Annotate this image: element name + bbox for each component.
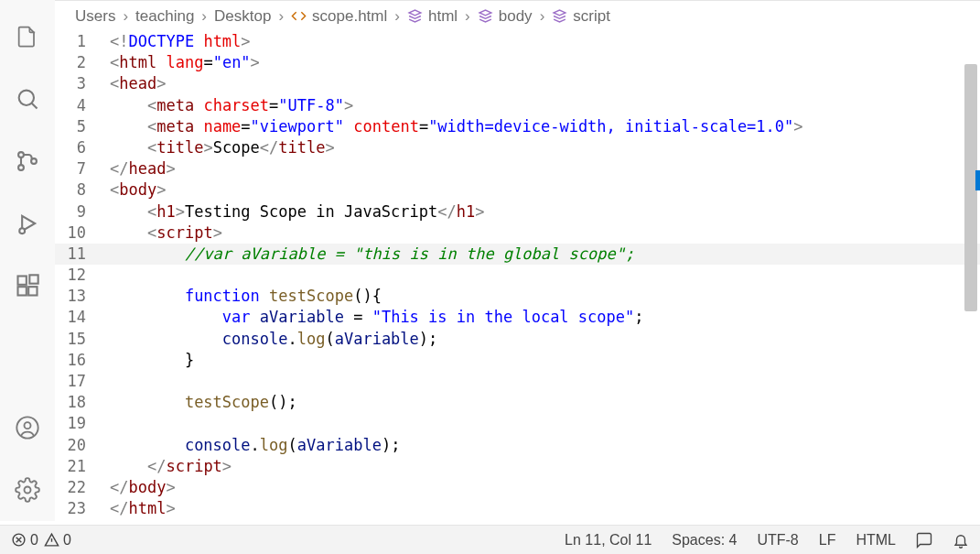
code-line[interactable]: 6 <title>Scope</title> <box>55 137 980 158</box>
line-number: 16 <box>55 350 110 371</box>
svg-point-3 <box>31 158 37 164</box>
line-number: 14 <box>55 307 110 328</box>
code-line[interactable]: 7</head> <box>55 158 980 179</box>
code-content: <title>Scope</title> <box>110 137 335 158</box>
line-number: 12 <box>55 265 110 286</box>
code-content: testScope(); <box>110 392 297 413</box>
language-mode[interactable]: HTML <box>856 532 896 549</box>
source-control-icon[interactable] <box>7 141 48 181</box>
activity-bar <box>0 0 55 521</box>
code-line[interactable]: 10 <script> <box>55 223 980 244</box>
code-line[interactable]: 12 <box>55 265 980 286</box>
svg-point-9 <box>16 417 38 438</box>
line-number: 18 <box>55 392 110 413</box>
breadcrumb-item[interactable]: html <box>407 7 458 26</box>
code-line[interactable]: 1<!DOCTYPE html> <box>55 31 980 52</box>
notifications-bell-icon[interactable] <box>953 532 969 549</box>
code-content: var aVariable = "This is in the local sc… <box>110 307 644 328</box>
svg-point-11 <box>25 487 31 494</box>
search-icon[interactable] <box>7 79 48 119</box>
problems-errors[interactable]: 0 <box>11 532 38 549</box>
line-number: 20 <box>55 435 110 456</box>
accounts-icon[interactable] <box>7 407 48 448</box>
encoding[interactable]: UTF-8 <box>757 532 798 549</box>
indentation[interactable]: Spaces: 4 <box>672 532 737 549</box>
svg-point-1 <box>18 152 24 158</box>
code-content: } <box>110 350 194 371</box>
breadcrumb-item[interactable]: Users <box>75 7 115 26</box>
line-number: 5 <box>55 116 110 137</box>
code-line[interactable]: 2<html lang="en"> <box>55 52 980 73</box>
code-content: //var aVariable = "this is in the global… <box>110 244 634 265</box>
code-content: <html lang="en"> <box>110 52 260 73</box>
breadcrumb-separator-icon: › <box>123 7 128 26</box>
code-content: console.log(aVariable); <box>110 329 437 350</box>
code-line[interactable]: 19 <box>55 413 980 434</box>
code-line[interactable]: 13 function testScope(){ <box>55 286 980 307</box>
eol[interactable]: LF <box>819 532 836 549</box>
code-line[interactable]: 18 testScope(); <box>55 392 980 413</box>
code-content: </script> <box>110 456 232 477</box>
line-number: 7 <box>55 158 110 179</box>
code-line[interactable]: 8<body> <box>55 179 980 201</box>
breadcrumb-separator-icon: › <box>394 7 400 26</box>
breadcrumb-separator-icon: › <box>278 7 284 26</box>
line-number: 10 <box>55 223 110 244</box>
breadcrumb-item[interactable]: Desktop <box>214 7 271 26</box>
breadcrumb-item[interactable]: script <box>552 7 610 26</box>
breadcrumb-label: teaching <box>135 7 194 26</box>
code-line[interactable]: 5 <meta name="viewport" content="width=d… <box>55 116 980 137</box>
code-line[interactable]: 3<head> <box>55 73 980 94</box>
line-number: 6 <box>55 137 110 158</box>
cursor-position[interactable]: Ln 11, Col 11 <box>565 532 652 549</box>
breadcrumb-label: script <box>573 7 610 26</box>
feedback-icon[interactable] <box>916 532 932 549</box>
breadcrumb-item[interactable]: teaching <box>135 7 194 26</box>
line-number: 15 <box>55 329 110 350</box>
extensions-icon[interactable] <box>7 266 48 306</box>
code-content: </body> <box>110 477 176 498</box>
line-number: 1 <box>55 31 110 52</box>
debug-icon[interactable] <box>7 203 48 244</box>
code-content: </html> <box>110 498 176 519</box>
svg-point-2 <box>18 165 24 170</box>
explorer-icon[interactable] <box>7 16 48 57</box>
breadcrumb[interactable]: Users›teaching›Desktop›scope.html›html›b… <box>55 0 980 31</box>
code-content <box>110 265 185 286</box>
code-line[interactable]: 4 <meta charset="UTF-8"> <box>55 95 980 116</box>
code-line[interactable]: 17 <box>55 371 980 392</box>
code-line[interactable]: 22</body> <box>55 477 980 498</box>
code-line[interactable]: 11 //var aVariable = "this is in the glo… <box>55 244 980 265</box>
symbol-icon <box>552 8 567 24</box>
code-line[interactable]: 23</html> <box>55 498 980 519</box>
line-number: 4 <box>55 95 110 116</box>
code-content: console.log(aVariable); <box>110 435 400 456</box>
code-content: <!DOCTYPE html> <box>110 31 251 52</box>
settings-gear-icon[interactable] <box>7 470 48 510</box>
svg-rect-8 <box>29 275 38 283</box>
code-line[interactable]: 9 <h1>Testing Scope in JavaScript</h1> <box>55 201 980 223</box>
code-line[interactable]: 14 var aVariable = "This is in the local… <box>55 307 980 328</box>
line-number: 2 <box>55 52 110 73</box>
svg-point-4 <box>19 228 25 234</box>
breadcrumb-item[interactable]: body <box>478 7 533 26</box>
line-number: 3 <box>55 73 110 94</box>
code-content: function testScope(){ <box>110 286 382 307</box>
code-line[interactable]: 15 console.log(aVariable); <box>55 329 980 350</box>
line-number: 13 <box>55 286 110 307</box>
error-count: 0 <box>30 532 38 549</box>
warning-count: 0 <box>63 532 71 549</box>
line-number: 22 <box>55 477 110 498</box>
code-content: <meta name="viewport" content="width=dev… <box>110 116 803 137</box>
code-line[interactable]: 20 console.log(aVariable); <box>55 435 980 456</box>
line-number: 21 <box>55 456 110 477</box>
line-number: 23 <box>55 498 110 519</box>
status-bar: 0 0 Ln 11, Col 11 Spaces: 4 UTF-8 LF HTM… <box>0 525 980 554</box>
breadcrumb-separator-icon: › <box>201 7 207 26</box>
code-editor[interactable]: 1<!DOCTYPE html>2<html lang="en">3<head>… <box>55 31 980 521</box>
code-line[interactable]: 21 </script> <box>55 456 980 477</box>
breadcrumb-label: body <box>499 7 533 26</box>
code-line[interactable]: 16 } <box>55 350 980 371</box>
problems-warnings[interactable]: 0 <box>44 532 71 549</box>
breadcrumb-item[interactable]: scope.html <box>291 7 387 26</box>
